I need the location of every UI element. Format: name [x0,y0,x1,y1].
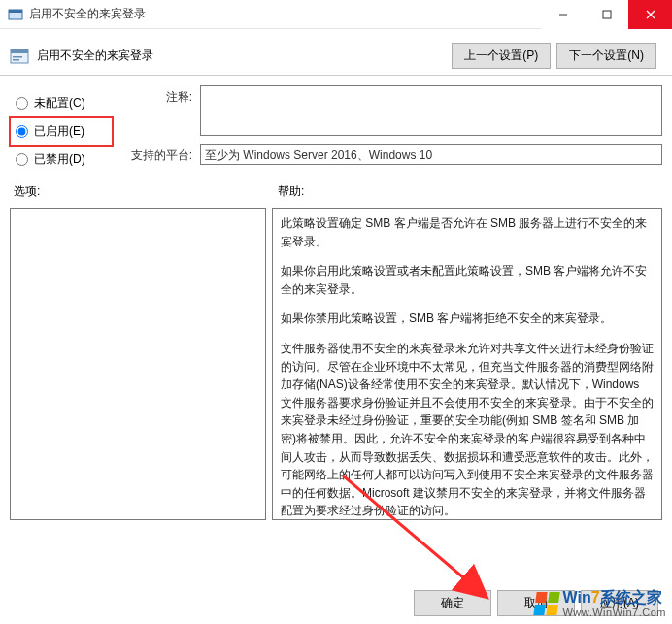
svg-rect-1 [9,10,22,13]
policy-title: 启用不安全的来宾登录 [37,48,452,64]
radio-not-configured[interactable]: 未配置(C) [10,89,113,117]
app-icon [8,7,23,22]
radio-disabled-input[interactable] [16,153,28,166]
platform-label: 支持的平台: [122,144,200,164]
options-label: 选项: [10,183,272,200]
apply-button[interactable]: 应用(A) [581,590,658,616]
policy-icon [10,47,29,66]
header-row: 启用不安全的来宾登录 上一个设置(P) 下一个设置(N) [0,29,672,76]
cancel-button[interactable]: 取消 [497,590,575,616]
options-pane[interactable] [10,208,266,520]
radio-enabled[interactable]: 已启用(E) [10,117,113,146]
svg-rect-7 [11,49,28,53]
radio-not-configured-input[interactable] [16,97,28,110]
state-radio-group: 未配置(C) 已启用(E) 已禁用(D) [10,85,113,174]
platform-value: 至少为 Windows Server 2016、Windows 10 [200,144,662,165]
panes: 此策略设置确定 SMB 客户端是否允许在 SMB 服务器上进行不安全的来宾登录。… [0,208,672,520]
radio-enabled-label: 已启用(E) [34,123,84,140]
radio-disabled-label: 已禁用(D) [34,151,85,168]
window-controls [541,0,672,29]
config-area: 未配置(C) 已启用(E) 已禁用(D) 注释: 支持的平台: 至少为 Wind… [0,76,672,178]
help-pane[interactable]: 此策略设置确定 SMB 客户端是否允许在 SMB 服务器上进行不安全的来宾登录。… [272,208,662,520]
fields-column: 注释: 支持的平台: 至少为 Windows Server 2016、Windo… [122,85,662,174]
comment-label: 注释: [122,85,200,106]
radio-enabled-input[interactable] [16,125,28,138]
next-setting-button[interactable]: 下一个设置(N) [556,43,656,69]
maximize-button[interactable] [585,0,628,29]
dialog-footer: 确定 取消 应用(A) [414,590,658,616]
help-paragraph: 如果你启用此策略设置或者未配置此策略设置，SMB 客户端将允许不安全的来宾登录。 [281,262,654,298]
section-labels: 选项: 帮助: [0,183,672,204]
ok-button[interactable]: 确定 [414,590,491,616]
help-paragraph: 如果你禁用此策略设置，SMB 客户端将拒绝不安全的来宾登录。 [281,310,654,328]
help-paragraph: 文件服务器使用不安全的来宾登录来允许对共享文件夹进行未经身份验证的访问。尽管在企… [281,340,654,520]
titlebar: 启用不安全的来宾登录 [0,0,672,29]
svg-rect-9 [13,59,19,61]
close-button[interactable] [628,0,672,29]
help-label: 帮助: [272,183,304,200]
previous-setting-button[interactable]: 上一个设置(P) [452,43,551,69]
radio-disabled[interactable]: 已禁用(D) [10,146,113,174]
help-paragraph: 此策略设置确定 SMB 客户端是否允许在 SMB 服务器上进行不安全的来宾登录。 [281,214,654,250]
comment-input[interactable] [200,85,662,136]
window-title: 启用不安全的来宾登录 [29,6,541,22]
radio-not-configured-label: 未配置(C) [34,95,85,112]
minimize-button[interactable] [541,0,585,29]
svg-rect-8 [13,56,22,58]
svg-rect-3 [603,11,611,18]
